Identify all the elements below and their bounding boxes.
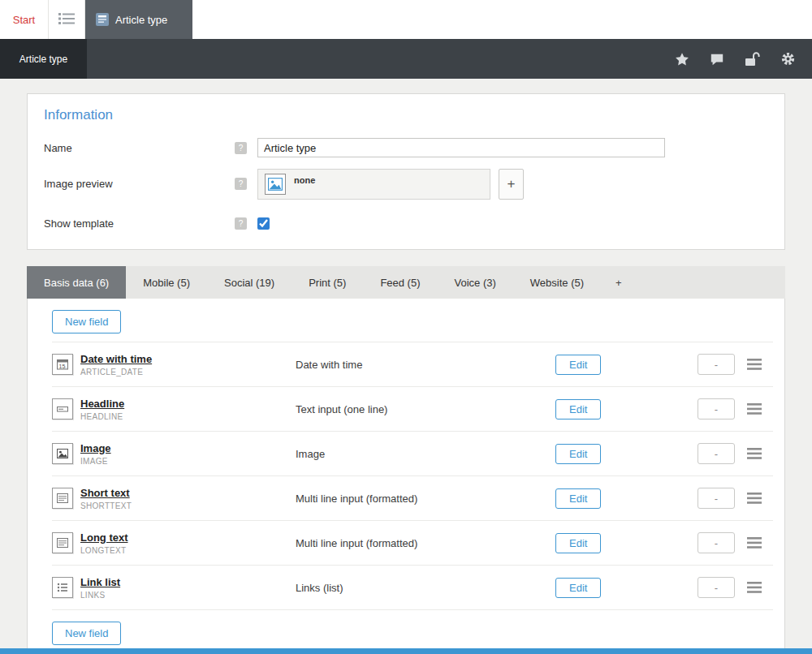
multiline-icon bbox=[52, 488, 73, 509]
field-name-link[interactable]: Short text bbox=[80, 487, 130, 499]
tab-feed-5[interactable]: Feed (5) bbox=[363, 266, 437, 299]
show-template-label: Show template bbox=[44, 217, 235, 230]
page: Information Name ? Image preview ? none … bbox=[0, 79, 812, 648]
field-type: Text input (one line) bbox=[296, 403, 555, 415]
remove-button[interactable]: - bbox=[698, 577, 735, 598]
help-icon[interactable]: ? bbox=[235, 178, 247, 190]
text-line-icon bbox=[52, 398, 73, 420]
start-tab[interactable]: Start bbox=[0, 0, 49, 39]
field-name-col: Long textLONGTEXT bbox=[80, 531, 296, 555]
drag-handle-icon[interactable] bbox=[747, 582, 762, 593]
field-name-col: HeadlineHEADLINE bbox=[80, 398, 296, 421]
image-preview-label: Image preview bbox=[44, 178, 235, 190]
tab-mobile-5[interactable]: Mobile (5) bbox=[126, 266, 207, 299]
tab-social-19[interactable]: Social (19) bbox=[207, 266, 292, 299]
field-name-col: Date with timeARTICLE_DATE bbox=[80, 353, 296, 376]
tab-voice-3[interactable]: Voice (3) bbox=[438, 266, 513, 299]
help-icon[interactable]: ? bbox=[235, 142, 247, 154]
field-name-link[interactable]: Link list bbox=[80, 576, 120, 588]
article-type-tab[interactable]: Article type bbox=[85, 0, 192, 39]
image-preview-box[interactable]: none bbox=[257, 169, 490, 200]
field-code: ARTICLE_DATE bbox=[80, 368, 296, 376]
drag-handle-icon[interactable] bbox=[747, 537, 762, 549]
image-preview-row: Image preview ? none + bbox=[44, 169, 768, 200]
list-icon bbox=[58, 12, 75, 28]
drag-handle-icon[interactable] bbox=[747, 403, 762, 415]
field-name-link[interactable]: Image bbox=[80, 442, 111, 454]
field-name-link[interactable]: Date with time bbox=[80, 353, 152, 365]
field-rows: 15.Date with timeARTICLE_DATEDate with t… bbox=[52, 342, 773, 610]
field-row: HeadlineHEADLINEText input (one line)Edi… bbox=[52, 387, 773, 432]
field-name-col: Short textSHORTTEXT bbox=[80, 487, 296, 510]
lock-icon[interactable] bbox=[745, 52, 760, 67]
name-row: Name ? bbox=[44, 138, 768, 157]
field-type: Date with time bbox=[296, 359, 555, 371]
new-field-button-bottom[interactable]: New field bbox=[52, 622, 121, 645]
field-row: Long textLONGTEXTMulti line input (forma… bbox=[52, 521, 773, 566]
field-type: Image bbox=[296, 448, 555, 460]
header-actions bbox=[675, 51, 812, 67]
article-doc-icon bbox=[96, 13, 109, 26]
svg-text:15.: 15. bbox=[59, 364, 67, 369]
gear-icon[interactable] bbox=[780, 51, 796, 67]
tab-website-5[interactable]: Website (5) bbox=[513, 266, 601, 299]
information-card: Information Name ? Image preview ? none … bbox=[27, 93, 785, 250]
image-icon bbox=[52, 443, 73, 464]
image-thumb-icon bbox=[265, 174, 286, 195]
content-list-tab[interactable] bbox=[49, 0, 85, 39]
edit-button[interactable]: Edit bbox=[555, 355, 601, 375]
edit-button[interactable]: Edit bbox=[555, 533, 601, 553]
name-label: Name bbox=[44, 142, 235, 154]
comment-icon[interactable] bbox=[710, 52, 724, 67]
name-input[interactable] bbox=[257, 138, 665, 157]
header-article-type-tab[interactable]: Article type bbox=[0, 39, 87, 79]
field-code: IMAGE bbox=[80, 457, 296, 466]
field-row: 15.Date with timeARTICLE_DATEDate with t… bbox=[52, 342, 773, 387]
edit-button[interactable]: Edit bbox=[555, 488, 601, 509]
calendar-icon: 15. bbox=[52, 354, 73, 375]
drag-handle-icon[interactable] bbox=[747, 359, 762, 370]
show-template-checkbox[interactable] bbox=[257, 217, 270, 230]
tab-add-new[interactable]: + bbox=[601, 266, 637, 299]
tabs-bar: Basis data (6)Mobile (5)Social (19)Print… bbox=[27, 266, 785, 299]
field-name-link[interactable]: Headline bbox=[80, 398, 124, 410]
field-code: LINKS bbox=[80, 591, 296, 600]
show-template-row: Show template ? bbox=[44, 217, 768, 230]
header-bar: Article type bbox=[0, 39, 812, 79]
edit-button[interactable]: Edit bbox=[555, 399, 601, 420]
field-row: Link listLINKSLinks (list)Edit- bbox=[52, 566, 773, 610]
new-field-button-top[interactable]: New field bbox=[52, 310, 121, 333]
fields-card: New field 15.Date with timeARTICLE_DATED… bbox=[27, 299, 785, 648]
multiline-icon bbox=[52, 532, 73, 553]
tab-basis-data-6[interactable]: Basis data (6) bbox=[27, 266, 126, 299]
remove-button[interactable]: - bbox=[698, 354, 735, 375]
help-icon[interactable]: ? bbox=[235, 217, 247, 230]
image-preview-value: none bbox=[294, 175, 315, 185]
bottom-accent-strip bbox=[0, 648, 812, 654]
field-code: HEADLINE bbox=[80, 412, 296, 421]
top-tab-strip: Start Article type bbox=[0, 0, 812, 39]
field-code: SHORTTEXT bbox=[80, 501, 296, 510]
field-type: Links (list) bbox=[296, 582, 555, 594]
field-name-col: ImageIMAGE bbox=[80, 442, 296, 466]
article-tab-label: Article type bbox=[115, 14, 167, 26]
field-name-col: Link listLINKS bbox=[80, 576, 296, 600]
remove-button[interactable]: - bbox=[698, 488, 735, 509]
field-row: ImageIMAGEImageEdit- bbox=[52, 432, 773, 476]
edit-button[interactable]: Edit bbox=[555, 444, 601, 464]
star-icon[interactable] bbox=[675, 52, 689, 67]
add-image-button[interactable]: + bbox=[499, 169, 524, 200]
tab-print-5[interactable]: Print (5) bbox=[292, 266, 363, 299]
edit-button[interactable]: Edit bbox=[555, 578, 601, 598]
field-type: Multi line input (formatted) bbox=[296, 493, 555, 505]
drag-handle-icon[interactable] bbox=[747, 493, 762, 504]
information-title: Information bbox=[44, 107, 768, 123]
drag-handle-icon[interactable] bbox=[747, 448, 762, 459]
remove-button[interactable]: - bbox=[698, 398, 735, 420]
field-name-link[interactable]: Long text bbox=[80, 531, 128, 544]
remove-button[interactable]: - bbox=[698, 443, 735, 464]
link-list-icon bbox=[52, 577, 73, 598]
remove-button[interactable]: - bbox=[698, 532, 735, 553]
field-row: Short textSHORTTEXTMulti line input (for… bbox=[52, 476, 773, 521]
field-code: LONGTEXT bbox=[80, 546, 296, 555]
